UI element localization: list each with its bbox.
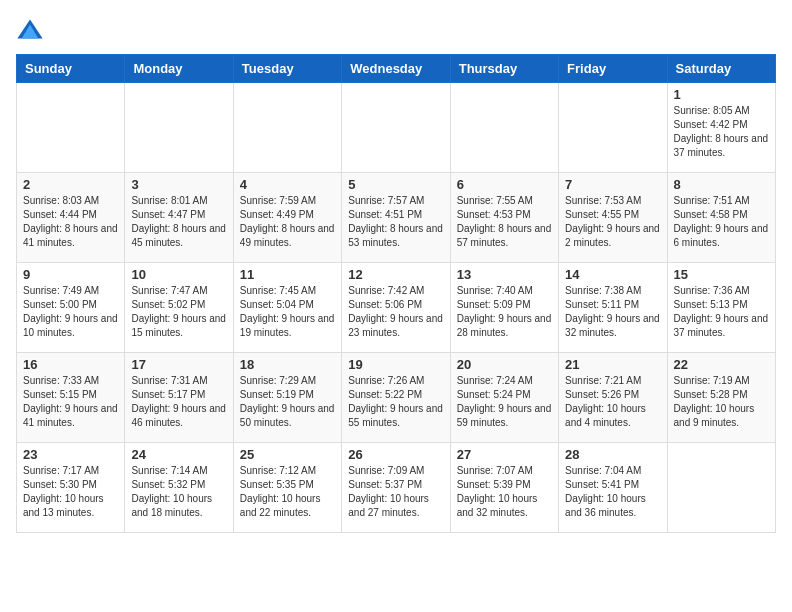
calendar-cell: [17, 83, 125, 173]
calendar-cell: 13Sunrise: 7:40 AM Sunset: 5:09 PM Dayli…: [450, 263, 558, 353]
day-info: Sunrise: 7:36 AM Sunset: 5:13 PM Dayligh…: [674, 284, 769, 340]
calendar-cell: 3Sunrise: 8:01 AM Sunset: 4:47 PM Daylig…: [125, 173, 233, 263]
calendar-cell: [342, 83, 450, 173]
day-number: 20: [457, 357, 552, 372]
day-number: 12: [348, 267, 443, 282]
day-number: 11: [240, 267, 335, 282]
calendar-cell: 7Sunrise: 7:53 AM Sunset: 4:55 PM Daylig…: [559, 173, 667, 263]
day-number: 6: [457, 177, 552, 192]
day-info: Sunrise: 7:19 AM Sunset: 5:28 PM Dayligh…: [674, 374, 769, 430]
day-info: Sunrise: 7:09 AM Sunset: 5:37 PM Dayligh…: [348, 464, 443, 520]
day-number: 28: [565, 447, 660, 462]
day-number: 27: [457, 447, 552, 462]
day-of-week-saturday: Saturday: [667, 55, 775, 83]
calendar-cell: 28Sunrise: 7:04 AM Sunset: 5:41 PM Dayli…: [559, 443, 667, 533]
calendar-cell: 10Sunrise: 7:47 AM Sunset: 5:02 PM Dayli…: [125, 263, 233, 353]
calendar-cell: [559, 83, 667, 173]
day-number: 25: [240, 447, 335, 462]
day-info: Sunrise: 7:49 AM Sunset: 5:00 PM Dayligh…: [23, 284, 118, 340]
calendar-cell: 15Sunrise: 7:36 AM Sunset: 5:13 PM Dayli…: [667, 263, 775, 353]
calendar-cell: 14Sunrise: 7:38 AM Sunset: 5:11 PM Dayli…: [559, 263, 667, 353]
day-number: 14: [565, 267, 660, 282]
day-of-week-sunday: Sunday: [17, 55, 125, 83]
day-info: Sunrise: 7:45 AM Sunset: 5:04 PM Dayligh…: [240, 284, 335, 340]
day-info: Sunrise: 7:26 AM Sunset: 5:22 PM Dayligh…: [348, 374, 443, 430]
day-info: Sunrise: 7:21 AM Sunset: 5:26 PM Dayligh…: [565, 374, 660, 430]
day-number: 21: [565, 357, 660, 372]
calendar-cell: 9Sunrise: 7:49 AM Sunset: 5:00 PM Daylig…: [17, 263, 125, 353]
calendar-cell: 24Sunrise: 7:14 AM Sunset: 5:32 PM Dayli…: [125, 443, 233, 533]
day-number: 8: [674, 177, 769, 192]
day-number: 1: [674, 87, 769, 102]
calendar-cell: 4Sunrise: 7:59 AM Sunset: 4:49 PM Daylig…: [233, 173, 341, 263]
calendar-cell: 20Sunrise: 7:24 AM Sunset: 5:24 PM Dayli…: [450, 353, 558, 443]
day-info: Sunrise: 7:42 AM Sunset: 5:06 PM Dayligh…: [348, 284, 443, 340]
calendar-cell: [450, 83, 558, 173]
calendar: SundayMondayTuesdayWednesdayThursdayFrid…: [16, 54, 776, 533]
calendar-cell: 6Sunrise: 7:55 AM Sunset: 4:53 PM Daylig…: [450, 173, 558, 263]
day-info: Sunrise: 7:17 AM Sunset: 5:30 PM Dayligh…: [23, 464, 118, 520]
day-number: 7: [565, 177, 660, 192]
day-info: Sunrise: 8:03 AM Sunset: 4:44 PM Dayligh…: [23, 194, 118, 250]
day-number: 4: [240, 177, 335, 192]
day-number: 23: [23, 447, 118, 462]
calendar-header-row: SundayMondayTuesdayWednesdayThursdayFrid…: [17, 55, 776, 83]
calendar-cell: 8Sunrise: 7:51 AM Sunset: 4:58 PM Daylig…: [667, 173, 775, 263]
day-number: 24: [131, 447, 226, 462]
calendar-cell: 1Sunrise: 8:05 AM Sunset: 4:42 PM Daylig…: [667, 83, 775, 173]
day-number: 26: [348, 447, 443, 462]
day-info: Sunrise: 7:40 AM Sunset: 5:09 PM Dayligh…: [457, 284, 552, 340]
day-of-week-friday: Friday: [559, 55, 667, 83]
day-number: 5: [348, 177, 443, 192]
calendar-cell: 17Sunrise: 7:31 AM Sunset: 5:17 PM Dayli…: [125, 353, 233, 443]
day-info: Sunrise: 7:38 AM Sunset: 5:11 PM Dayligh…: [565, 284, 660, 340]
calendar-cell: 27Sunrise: 7:07 AM Sunset: 5:39 PM Dayli…: [450, 443, 558, 533]
calendar-cell: 26Sunrise: 7:09 AM Sunset: 5:37 PM Dayli…: [342, 443, 450, 533]
calendar-cell: 25Sunrise: 7:12 AM Sunset: 5:35 PM Dayli…: [233, 443, 341, 533]
day-info: Sunrise: 7:29 AM Sunset: 5:19 PM Dayligh…: [240, 374, 335, 430]
day-of-week-monday: Monday: [125, 55, 233, 83]
day-info: Sunrise: 7:24 AM Sunset: 5:24 PM Dayligh…: [457, 374, 552, 430]
day-number: 22: [674, 357, 769, 372]
day-info: Sunrise: 7:04 AM Sunset: 5:41 PM Dayligh…: [565, 464, 660, 520]
calendar-cell: 16Sunrise: 7:33 AM Sunset: 5:15 PM Dayli…: [17, 353, 125, 443]
calendar-cell: 5Sunrise: 7:57 AM Sunset: 4:51 PM Daylig…: [342, 173, 450, 263]
day-number: 19: [348, 357, 443, 372]
calendar-cell: [233, 83, 341, 173]
page-header: [16, 16, 776, 44]
day-number: 18: [240, 357, 335, 372]
day-info: Sunrise: 8:01 AM Sunset: 4:47 PM Dayligh…: [131, 194, 226, 250]
calendar-cell: 18Sunrise: 7:29 AM Sunset: 5:19 PM Dayli…: [233, 353, 341, 443]
day-number: 13: [457, 267, 552, 282]
day-of-week-thursday: Thursday: [450, 55, 558, 83]
day-info: Sunrise: 7:47 AM Sunset: 5:02 PM Dayligh…: [131, 284, 226, 340]
logo-icon: [16, 16, 44, 44]
calendar-cell: 12Sunrise: 7:42 AM Sunset: 5:06 PM Dayli…: [342, 263, 450, 353]
day-info: Sunrise: 7:33 AM Sunset: 5:15 PM Dayligh…: [23, 374, 118, 430]
day-number: 15: [674, 267, 769, 282]
calendar-cell: 22Sunrise: 7:19 AM Sunset: 5:28 PM Dayli…: [667, 353, 775, 443]
day-info: Sunrise: 7:53 AM Sunset: 4:55 PM Dayligh…: [565, 194, 660, 250]
day-number: 10: [131, 267, 226, 282]
calendar-cell: 23Sunrise: 7:17 AM Sunset: 5:30 PM Dayli…: [17, 443, 125, 533]
calendar-week-1: 1Sunrise: 8:05 AM Sunset: 4:42 PM Daylig…: [17, 83, 776, 173]
calendar-cell: [667, 443, 775, 533]
day-info: Sunrise: 7:14 AM Sunset: 5:32 PM Dayligh…: [131, 464, 226, 520]
day-number: 3: [131, 177, 226, 192]
day-of-week-wednesday: Wednesday: [342, 55, 450, 83]
day-number: 17: [131, 357, 226, 372]
calendar-cell: 21Sunrise: 7:21 AM Sunset: 5:26 PM Dayli…: [559, 353, 667, 443]
calendar-week-2: 2Sunrise: 8:03 AM Sunset: 4:44 PM Daylig…: [17, 173, 776, 263]
calendar-week-4: 16Sunrise: 7:33 AM Sunset: 5:15 PM Dayli…: [17, 353, 776, 443]
calendar-cell: 11Sunrise: 7:45 AM Sunset: 5:04 PM Dayli…: [233, 263, 341, 353]
day-number: 16: [23, 357, 118, 372]
calendar-cell: 2Sunrise: 8:03 AM Sunset: 4:44 PM Daylig…: [17, 173, 125, 263]
calendar-cell: [125, 83, 233, 173]
day-info: Sunrise: 7:12 AM Sunset: 5:35 PM Dayligh…: [240, 464, 335, 520]
calendar-cell: 19Sunrise: 7:26 AM Sunset: 5:22 PM Dayli…: [342, 353, 450, 443]
day-number: 9: [23, 267, 118, 282]
day-number: 2: [23, 177, 118, 192]
day-of-week-tuesday: Tuesday: [233, 55, 341, 83]
day-info: Sunrise: 7:57 AM Sunset: 4:51 PM Dayligh…: [348, 194, 443, 250]
day-info: Sunrise: 7:59 AM Sunset: 4:49 PM Dayligh…: [240, 194, 335, 250]
